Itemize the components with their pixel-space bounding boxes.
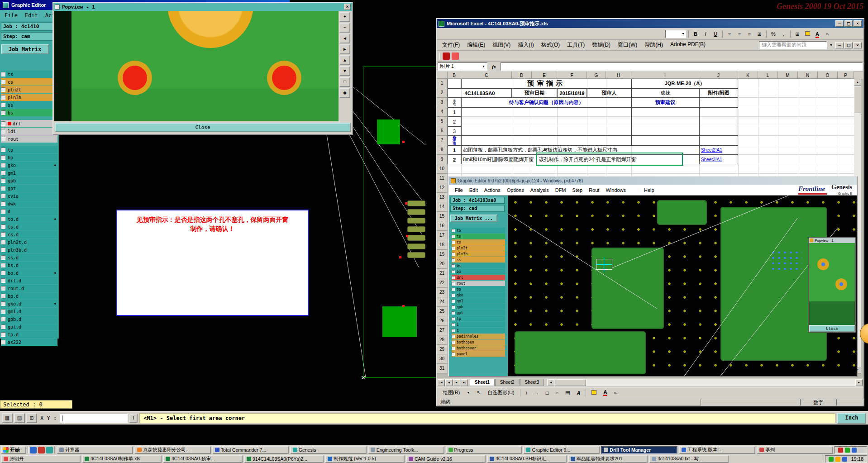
column-header[interactable]: L	[758, 72, 778, 79]
layer-name-chip[interactable]: ss.d	[6, 254, 57, 261]
taskbar-button[interactable]: 4C14L03SA0-BH标识汇...	[487, 455, 567, 463]
column-header[interactable]: H	[606, 72, 631, 79]
menu-item[interactable]: 编辑(E)	[463, 40, 489, 50]
popview-tool-button[interactable]: ◄	[339, 33, 350, 43]
menu-item[interactable]: DFM	[552, 186, 569, 194]
chevron-down-icon[interactable]: ▼	[482, 65, 485, 68]
review-date-label-cell[interactable]: 预审日期	[512, 88, 557, 98]
menu-item[interactable]: Actions	[481, 186, 504, 194]
popview-tool-button[interactable]: ▼	[339, 66, 350, 76]
layer-name-chip[interactable]: t	[456, 328, 505, 333]
adobe-pdf-mail-icon[interactable]	[452, 53, 459, 60]
layer-visibility-checkbox[interactable]	[1, 171, 5, 175]
doc-number-cell[interactable]: JQR-ME-20（A）	[631, 79, 738, 88]
row-header[interactable]: 12	[437, 183, 448, 193]
tray-icon[interactable]	[858, 448, 863, 453]
reviewer-label-cell[interactable]: 预审人	[587, 88, 631, 98]
layer-row[interactable]: ss	[1, 101, 57, 109]
layer-visibility-checkbox[interactable]	[452, 253, 455, 256]
layer-row[interactable]: to	[452, 228, 505, 233]
scrollbar-thumb[interactable]	[854, 86, 861, 113]
row-header[interactable]: 17	[437, 231, 448, 240]
layer-name-chip[interactable]: padinholes	[456, 334, 505, 339]
column-header[interactable]: E	[532, 72, 557, 79]
merge-center-button[interactable]: ⊞	[755, 30, 764, 38]
row-header[interactable]: 8	[437, 145, 448, 155]
close-icon[interactable]: ×	[854, 20, 862, 27]
layer-visibility-checkbox[interactable]	[452, 323, 455, 326]
horizontal-scrollbar[interactable]: ◄ ►	[547, 379, 863, 386]
tray-icon[interactable]	[829, 457, 834, 462]
layer-visibility-checkbox[interactable]	[1, 148, 5, 152]
layer-row[interactable]: gm1	[1, 169, 57, 177]
menu-item[interactable]: Analysis	[527, 186, 552, 194]
layer-row[interactable]: to.d ◆	[1, 215, 57, 223]
layer-row[interactable]: gpb.d	[1, 315, 57, 323]
column-header[interactable]: J	[699, 72, 738, 79]
layer-row[interactable]: bs	[1, 109, 57, 116]
column-header[interactable]: M	[778, 72, 798, 79]
cell-j3[interactable]	[699, 98, 738, 107]
layer-name-chip[interactable]: pln3b	[6, 94, 57, 101]
font-size-combo[interactable]: ▼	[665, 30, 686, 38]
taskbar-button[interactable]: 4C14L03SA0-预审...	[163, 455, 243, 463]
scrollbar-thumb[interactable]	[554, 379, 586, 386]
layer-visibility-checkbox[interactable]	[1, 201, 5, 206]
first-sheet-icon[interactable]: |◄	[438, 379, 445, 386]
column-header[interactable]: I	[631, 72, 699, 79]
issue2-link-cell[interactable]: Sheet3!A1	[699, 155, 738, 164]
layer-name-chip[interactable]: as222	[6, 339, 57, 346]
column-header[interactable]: O	[818, 72, 838, 79]
tray-icon[interactable]	[835, 457, 840, 462]
taskbar-button[interactable]: 制作规范 (Ver:1.0.5)	[325, 455, 405, 463]
layer-name-chip[interactable]: panel	[456, 352, 505, 357]
layer-row[interactable]: rout	[1, 135, 57, 143]
layer-row[interactable]: dwk	[1, 200, 57, 207]
layer-row[interactable]: gpt.d	[1, 323, 57, 330]
cell-j7[interactable]	[699, 136, 738, 145]
layer-name-chip[interactable]: rout	[456, 281, 505, 286]
editor-canvas[interactable]	[508, 196, 857, 376]
reviewer-cell[interactable]: 成妹	[631, 88, 699, 98]
layer-row[interactable]: gm1.d	[1, 308, 57, 315]
layer-visibility-checkbox[interactable]	[452, 288, 455, 291]
minimize-icon[interactable]: ─	[835, 20, 844, 27]
drawbar-more-button[interactable]: »	[611, 389, 619, 397]
layer-row[interactable]: ts	[452, 234, 505, 239]
last-sheet-icon[interactable]: ►|	[461, 379, 468, 386]
workbook-minimize-icon[interactable]: ─	[835, 42, 844, 48]
prev-sheet-icon[interactable]: ◄	[445, 379, 453, 386]
menu-item[interactable]: Adobe PDF(B)	[667, 40, 709, 50]
layer-visibility-checkbox[interactable]	[452, 270, 455, 273]
layer-visibility-checkbox[interactable]	[452, 311, 455, 315]
layer-name-chip[interactable]: to	[456, 228, 505, 233]
taskbar-button[interactable]: Graphic Editor 9...	[523, 446, 600, 454]
layer-name-chip[interactable]: ss	[6, 102, 57, 109]
layer-name-chip[interactable]: gpb	[6, 177, 57, 184]
bold-button[interactable]: B	[691, 30, 700, 38]
row-header[interactable]: 7	[437, 136, 448, 145]
layer-row[interactable]: pln3b	[452, 251, 505, 257]
taskbar-button[interactable]: 914C14L03SA0(P6Ys)2...	[244, 455, 324, 463]
arrow-tool-button[interactable]: →	[531, 389, 542, 397]
comma-style-button[interactable]: ,	[779, 30, 788, 38]
layer-name-chip[interactable]: dwk	[6, 200, 57, 207]
row-header[interactable]: 6	[437, 126, 448, 136]
taskbar-button[interactable]: Engineering Toolk...	[368, 446, 444, 454]
workbook-restore-icon[interactable]: ▢	[844, 42, 853, 48]
input-mode-button[interactable]: I	[129, 414, 138, 423]
workbook-close-icon[interactable]: ×	[854, 42, 862, 48]
layer-row[interactable]: cs.d	[1, 231, 57, 238]
layer-row[interactable]: t	[452, 328, 505, 333]
excel-titlebar[interactable]: Microsoft Excel - 4C14L03SA0-预审指示.xls ─ …	[437, 19, 863, 28]
layer-name-chip[interactable]: ts.d	[6, 224, 57, 230]
layer-row[interactable]: cs	[1, 78, 57, 86]
layer-name-chip[interactable]: d	[6, 208, 57, 215]
taskbar-button[interactable]: Drill Tool Manager	[601, 446, 677, 454]
layer-name-chip[interactable]: ss	[456, 258, 505, 263]
layer-name-chip[interactable]: gpb	[456, 305, 505, 310]
layer-name-chip[interactable]: rout.d	[6, 285, 57, 292]
layer-name-chip[interactable]: bs.d	[6, 262, 57, 269]
quicklaunch-genesis-icon[interactable]	[46, 447, 53, 453]
row-header[interactable]: 14	[437, 202, 448, 212]
